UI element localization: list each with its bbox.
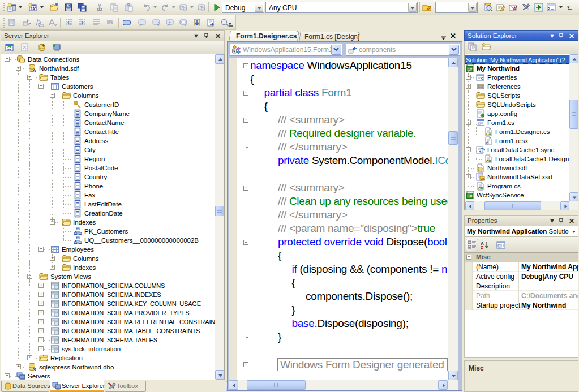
svg-text:Z: Z (481, 245, 483, 249)
svg-text:c#: c# (478, 186, 483, 191)
svg-text:DS: DS (481, 177, 485, 180)
svg-text:C#: C# (468, 194, 473, 198)
svg-text:c#: c# (486, 158, 491, 163)
svg-text:c#: c# (486, 131, 491, 136)
svg-text:+: + (469, 241, 470, 244)
svg-text:+: + (469, 245, 470, 249)
